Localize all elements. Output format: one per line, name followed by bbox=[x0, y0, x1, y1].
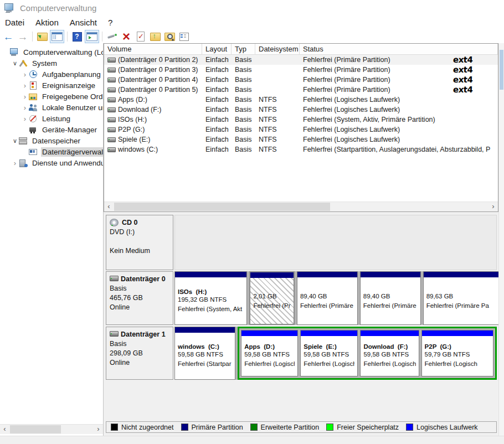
help-button[interactable] bbox=[70, 30, 84, 43]
scrollbar-thumb[interactable] bbox=[500, 50, 503, 90]
toggle-action-pane-button[interactable] bbox=[85, 30, 99, 43]
cd-drive-media-area bbox=[174, 215, 497, 270]
check-properties-button[interactable] bbox=[134, 30, 147, 43]
cd-drive-descriptor[interactable]: CD 0 DVD (I:) Kein Medium bbox=[106, 215, 173, 270]
tree-chevron-icon[interactable]: › bbox=[21, 71, 29, 78]
scroll-right-arrow[interactable]: › bbox=[94, 425, 103, 434]
cd-drive-type: DVD (I:) bbox=[110, 228, 169, 237]
tree-item-icon bbox=[29, 70, 38, 79]
sidebar-item-ereignisanzeige[interactable]: › Ereignisanzeige bbox=[0, 80, 103, 91]
menu-aktion[interactable]: Aktion bbox=[30, 17, 64, 28]
tree-chevron-icon[interactable]: › bbox=[11, 159, 19, 167]
partition-body: windows (C:) 59,58 GB NTFS Fehlerfrei (S… bbox=[175, 333, 235, 379]
back-button[interactable] bbox=[2, 30, 15, 43]
tree-item-label: Ereignisanzeige bbox=[41, 81, 96, 90]
volume-row[interactable]: P2P (G:) Einfach Basis NTFS Fehlerfrei (… bbox=[104, 125, 498, 135]
volume-row[interactable]: Spiele (E:) Einfach Basis NTFS Fehlerfre… bbox=[104, 135, 498, 144]
volume-typ: Basis bbox=[232, 76, 255, 84]
forward-button[interactable] bbox=[16, 30, 29, 43]
tree-chevron-icon[interactable]: › bbox=[21, 115, 29, 122]
cd-drive-status: Kein Medium bbox=[110, 246, 169, 256]
vertical-scrollbar[interactable] bbox=[498, 43, 504, 436]
partition-color-bar bbox=[424, 272, 500, 277]
partition-size: 59,58 GB NTFS bbox=[244, 350, 295, 359]
volume-row[interactable]: Download (F:) Einfach Basis NTFS Fehlerf… bbox=[104, 105, 498, 115]
volume-row[interactable]: ISOs (H:) Einfach Basis NTFS Fehlerfrei … bbox=[104, 115, 498, 125]
toolbar-separator bbox=[67, 32, 68, 42]
volume-name: Apps (D:) bbox=[118, 96, 147, 104]
menu-hilfe[interactable]: ? bbox=[102, 17, 118, 28]
tree-item-label: Dienste und Anwendungen bbox=[31, 158, 103, 168]
volume-row[interactable]: (Datenträger 0 Partition 4) Einfach Basi… bbox=[104, 75, 498, 85]
partition-apps-d[interactable]: Apps (D:) 59,58 GB NTFS Fehlerfrei (Logi… bbox=[241, 330, 298, 376]
volume-disk-icon bbox=[107, 116, 116, 123]
disk-1-descriptor[interactable]: Datenträger 1 Basis 298,09 GB Online bbox=[106, 327, 173, 380]
sidebar-item-system[interactable]: ∨ System bbox=[0, 58, 103, 69]
explore-folder-button[interactable] bbox=[163, 30, 176, 43]
scroll-left-arrow[interactable]: ‹ bbox=[104, 202, 114, 211]
column-header-dateisystem[interactable]: Dateisystem bbox=[255, 44, 300, 54]
partition-download-f[interactable]: Download (F:) 59,58 GB NTFS Fehlerfrei (… bbox=[360, 330, 419, 376]
tree-chevron-icon[interactable]: ∨ bbox=[11, 138, 19, 144]
sidebar-item-computerverwaltung-lokal[interactable]: Computerverwaltung (Lokal) bbox=[0, 47, 103, 58]
delete-button[interactable] bbox=[120, 30, 133, 43]
sidebar-item-datentr-gerverwaltung[interactable]: Datenträgerverwaltung bbox=[0, 146, 103, 157]
open-folder-button[interactable] bbox=[148, 30, 162, 43]
partition[interactable]: 89,63 GB Fehlerfrei (Primäre Pa bbox=[423, 271, 500, 325]
partition-body: Spiele (E:) 59,58 GB NTFS Fehlerfrei (Lo… bbox=[301, 336, 357, 376]
partition-body: 89,63 GB Fehlerfrei (Primäre Pa bbox=[424, 277, 500, 324]
column-header-typ[interactable]: Typ bbox=[232, 44, 255, 54]
partition-body: ISOs (H:) 195,32 GB NTFS Fehlerfrei (Sys… bbox=[175, 277, 246, 324]
scrollbar-thumb[interactable] bbox=[10, 425, 61, 433]
volume-row[interactable]: windows (C:) Einfach Basis NTFS Fehlerfr… bbox=[104, 144, 498, 154]
column-header-status[interactable]: Status bbox=[300, 44, 498, 54]
sidebar-item-ger-te-manager[interactable]: Geräte-Manager bbox=[0, 124, 103, 135]
sidebar-item-leistung[interactable]: › Leistung bbox=[0, 113, 103, 124]
export-list-button[interactable] bbox=[35, 30, 49, 43]
volume-row[interactable]: (Datenträger 0 Partition 5) Einfach Basi… bbox=[104, 85, 498, 95]
toggle-console-tree-button[interactable] bbox=[50, 30, 64, 43]
tree-chevron-icon[interactable]: › bbox=[21, 93, 29, 100]
volume-row[interactable]: (Datenträger 0 Partition 3) Einfach Basi… bbox=[104, 65, 498, 75]
disk-0-row: Datenträger 0 Basis 465,76 GB Online ISO… bbox=[106, 271, 497, 325]
sidebar-item-datenspeicher[interactable]: ∨ Datenspeicher bbox=[0, 135, 103, 146]
volume-row[interactable]: Apps (D:) Einfach Basis NTFS Fehlerfrei … bbox=[104, 95, 498, 105]
tree-item-icon bbox=[29, 104, 38, 112]
volume-status: Fehlerfrei (Logisches Laufwerk) bbox=[300, 136, 498, 143]
disk-status: Online bbox=[110, 358, 169, 368]
tree-chevron-icon[interactable]: › bbox=[21, 104, 29, 111]
tree-item-label: Freigegebene Ordner bbox=[41, 92, 103, 101]
column-header-volume[interactable]: Volume bbox=[104, 44, 202, 54]
tree-horizontal-scrollbar[interactable]: ‹ › bbox=[0, 424, 103, 434]
legend-label: Logisches Laufwerk bbox=[416, 424, 477, 431]
partition-spiele-e[interactable]: Spiele (E:) 59,58 GB NTFS Fehlerfrei (Lo… bbox=[300, 330, 358, 376]
volume-disk-icon bbox=[107, 56, 116, 63]
partition[interactable]: 89,40 GB Fehlerfrei (Primäre P bbox=[360, 271, 421, 325]
rescan-disks-button[interactable] bbox=[105, 30, 119, 43]
scrollbar-thumb[interactable] bbox=[114, 203, 330, 211]
volume-typ: Basis bbox=[232, 66, 255, 74]
menu-datei[interactable]: Datei bbox=[0, 17, 30, 28]
partition-windows-c[interactable]: windows (C:) 59,58 GB NTFS Fehlerfrei (S… bbox=[174, 327, 235, 380]
volume-list-body: (Datenträger 0 Partition 2) Einfach Basi… bbox=[104, 55, 498, 154]
column-header-layout[interactable]: Layout bbox=[202, 44, 232, 54]
partition[interactable]: 2,01 GB Fehlerfrei (Pr bbox=[249, 271, 294, 325]
partition[interactable]: 89,40 GB Fehlerfrei (Primäre P bbox=[297, 271, 358, 325]
scroll-right-arrow[interactable]: › bbox=[488, 202, 498, 211]
disk-0-descriptor[interactable]: Datenträger 0 Basis 465,76 GB Online bbox=[106, 271, 173, 325]
volume-name: (Datenträger 0 Partition 5) bbox=[118, 86, 198, 94]
partition-color-bar bbox=[361, 272, 420, 277]
scroll-left-arrow[interactable]: ‹ bbox=[0, 425, 9, 434]
sidebar-item-lokale-benutzer-und-gruppen[interactable]: › Lokale Benutzer und Gruppen bbox=[0, 102, 103, 113]
sidebar-item-aufgabenplanung[interactable]: › Aufgabenplanung bbox=[0, 69, 103, 80]
sidebar-item-dienste-und-anwendungen[interactable]: › Dienste und Anwendungen bbox=[0, 157, 103, 168]
volume-row[interactable]: (Datenträger 0 Partition 2) Einfach Basi… bbox=[104, 55, 498, 65]
partition-isos-h[interactable]: ISOs (H:) 195,32 GB NTFS Fehlerfrei (Sys… bbox=[174, 271, 247, 325]
tree-chevron-icon[interactable]: ∨ bbox=[11, 60, 19, 66]
volume-list-horizontal-scrollbar[interactable]: ‹ › bbox=[104, 202, 498, 211]
partition-p2p-g[interactable]: P2P (G:) 59,79 GB NTFS Fehlerfrei (Logis… bbox=[421, 330, 493, 376]
sidebar-item-freigegebene-ordner[interactable]: › Freigegebene Ordner bbox=[0, 91, 103, 102]
view-options-button[interactable] bbox=[177, 30, 191, 43]
menu-ansicht[interactable]: Ansicht bbox=[64, 17, 102, 28]
tree-chevron-icon[interactable]: › bbox=[21, 82, 29, 89]
